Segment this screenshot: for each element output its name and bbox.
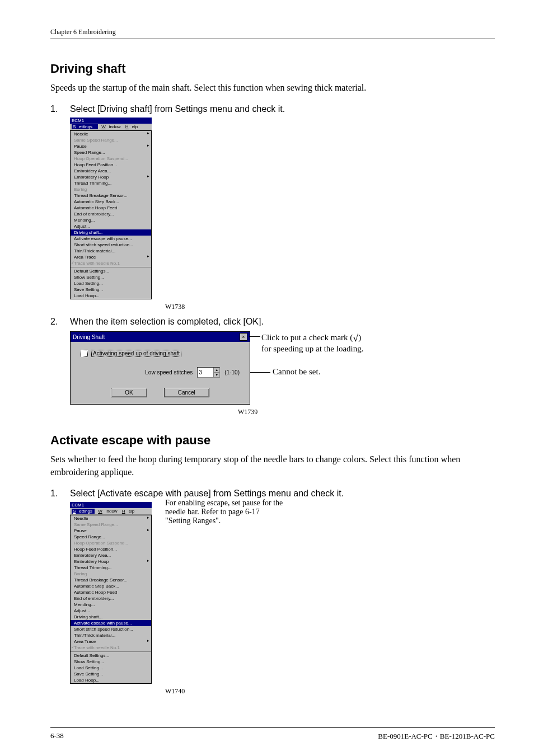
close-icon[interactable]: × [240,333,247,341]
menu-item-mending[interactable]: Mending... [71,217,151,223]
menu-item-area-trace[interactable]: Area Trace [71,254,151,260]
menu-item-adjust[interactable]: Adjust... [71,223,151,229]
m2-adjust[interactable]: Adjust... [71,608,151,614]
anno1-text-a: Click to put a check mark ( [261,333,353,342]
section2-step1: Select [Activate escape with pause] from… [70,489,495,499]
figure-menu-2: ECM1 Settings Window Help Needle Same Sp… [70,502,152,684]
figure1-caption: W1738 [165,303,495,311]
window-titlebar-2: ECM1 [70,502,152,508]
menu-item-tbs[interactable]: Thread Breakage Sensor... [71,192,151,199]
m2-ahf[interactable]: Automatic Hoop Feed [71,589,151,595]
m2-load-hoop[interactable]: Load Hoop... [71,677,151,683]
section2-intro: Sets whether to feed the hoop during tem… [50,453,495,478]
menu-item-asb[interactable]: Automatic Step Back... [71,199,151,205]
dialog-title: Driving Shaft [73,334,105,340]
m2-pause[interactable]: Pause [71,528,151,534]
dialog-titlebar: Driving Shaft × [71,332,250,342]
m2-speed-range[interactable]: Speed Range... [71,534,151,540]
footer-model: BE-0901E-AC-PC・BE-1201B-AC-PC [378,731,495,741]
settings-dropdown: Needle Same Speed Range... Pause Speed R… [70,130,152,299]
m2-mending[interactable]: Mending... [71,602,151,608]
m2-show-setting[interactable]: Show Setting... [71,659,151,665]
cancel-button[interactable]: Cancel [164,388,209,397]
menu-item-thread-trim[interactable]: Thread Trimming... [71,180,151,186]
menubar-2: Settings Window Help [70,508,152,515]
figure3-caption: W1740 [165,687,495,696]
menu-help[interactable]: Help [125,124,138,129]
spin-down-icon[interactable]: ▼ [214,373,219,377]
menu-item-driving-shaft[interactable]: Driving shaft... [71,229,151,236]
section1-intro: Speeds up the startup of the main shaft.… [50,82,495,94]
m2-emb-area[interactable]: Embroidery Area... [71,552,151,558]
menu-item-load-setting[interactable]: Load Setting... [71,280,151,287]
low-speed-input[interactable] [198,368,213,377]
m2-default-settings[interactable]: Default Settings... [71,652,151,659]
menu-item-aewp[interactable]: Activate escape with pause... [71,236,151,242]
menu-item-hoop-feed-pos[interactable]: Hoop Feed Position... [71,162,151,168]
menu-item-show-setting[interactable]: Show Setting... [71,274,151,280]
menu-item-boring: Boring [71,186,151,192]
m2-boring: Boring [71,571,151,577]
menu-help-2[interactable]: Help [122,509,134,514]
activate-speed-label: Activating speed up of driving shaft [91,350,181,357]
m2-save-setting[interactable]: Save Setting... [71,671,151,677]
m2-ssr: Same Speed Range... [71,522,151,528]
menubar: Settings Window Help [70,124,152,130]
figure-menu-1: ECM1 Settings Window Help Needle Same Sp… [70,118,152,299]
menu-window[interactable]: Window [101,124,120,129]
m2-driving-shaft[interactable]: Driving shaft... [71,614,151,620]
settings-dropdown-2: Needle Same Speed Range... Pause Speed R… [70,515,152,684]
m2-ttm[interactable]: Thin/Thick material... [71,632,151,638]
m2-emb-hoop[interactable]: Embroidery Hoop [71,558,151,565]
m2-eoe[interactable]: End of embroidery... [71,595,151,602]
menu-item-ttm[interactable]: Thin/Thick material... [71,248,151,254]
page-number: 6-38 [50,731,64,741]
page-footer: 6-38 BE-0901E-AC-PC・BE-1201B-AC-PC [50,727,495,741]
side-note-l3: "Setting Ranges". [165,516,283,525]
m2-sssr[interactable]: Short stitch speed reduction... [71,626,151,632]
activate-speed-checkbox[interactable] [81,350,88,357]
m2-aewp[interactable]: Activate escape with pause... [71,620,151,626]
m2-needle[interactable]: Needle [71,515,151,522]
m2-twn1: Trace with needle No.1 [71,645,151,651]
page-header: Chapter 6 Embroidering [50,28,495,39]
m2-tbs[interactable]: Thread Breakage Sensor... [71,577,151,583]
section1-step2: When the item selection is completed, cl… [70,317,495,327]
menu-item-ahf[interactable]: Automatic Hoop Feed [71,205,151,211]
m2-area-trace[interactable]: Area Trace [71,638,151,645]
driving-shaft-dialog: Driving Shaft × Activating speed up of d… [70,331,250,405]
m2-asb[interactable]: Automatic Step Back... [71,583,151,589]
section2-title: Activate escape with pause [50,433,495,448]
menu-item-emb-area[interactable]: Embroidery Area... [71,168,151,174]
menu-settings[interactable]: Settings [72,124,98,129]
side-note-l2: needle bar. Refer to page 6-17 [165,508,283,516]
menu-item-twn1: Trace with needle No.1 [71,260,151,266]
low-speed-label: Low speed stitches [145,369,193,375]
section1-title: Driving shaft [50,62,495,76]
section1-step1: Select [Driving shaft] from Settings men… [70,104,495,114]
anno1-text-b: ) [358,333,361,342]
ok-button[interactable]: OK [111,388,147,397]
menu-window-2[interactable]: Window [98,509,117,514]
menu-settings-2[interactable]: Settings [72,509,95,514]
menu-item-default-settings[interactable]: Default Settings... [71,268,151,274]
anno2: Cannot be set. [273,367,463,377]
menu-item-needle[interactable]: Needle [71,131,151,137]
menu-item-speed-range[interactable]: Speed Range... [71,149,151,156]
menu-item-sssr[interactable]: Short stitch speed reduction... [71,242,151,248]
figure2-caption: W1739 [238,408,495,416]
m2-thread-trim[interactable]: Thread Trimming... [71,565,151,571]
menu-item-load-hoop[interactable]: Load Hoop... [71,293,151,299]
m2-hoop-feed-pos[interactable]: Hoop Feed Position... [71,546,151,552]
checkmark-icon: √ [353,332,358,344]
menu-item-pause[interactable]: Pause [71,143,151,149]
spin-up-icon[interactable]: ▲ [214,368,219,373]
menu-item-eoe[interactable]: End of embroidery... [71,211,151,217]
anno1-line2: for speeding up at the loading. [261,344,463,354]
menu-item-hoop-cr: Hoop Operation Suspend... [71,156,151,162]
menu-item-save-setting[interactable]: Save Setting... [71,287,151,293]
low-speed-spinner[interactable]: ▲ ▼ [197,367,220,378]
m2-load-setting[interactable]: Load Setting... [71,665,151,671]
menu-item-emb-hoop[interactable]: Embroidery Hoop [71,174,151,180]
m2-hoop-cr: Hoop Operation Suspend... [71,540,151,546]
